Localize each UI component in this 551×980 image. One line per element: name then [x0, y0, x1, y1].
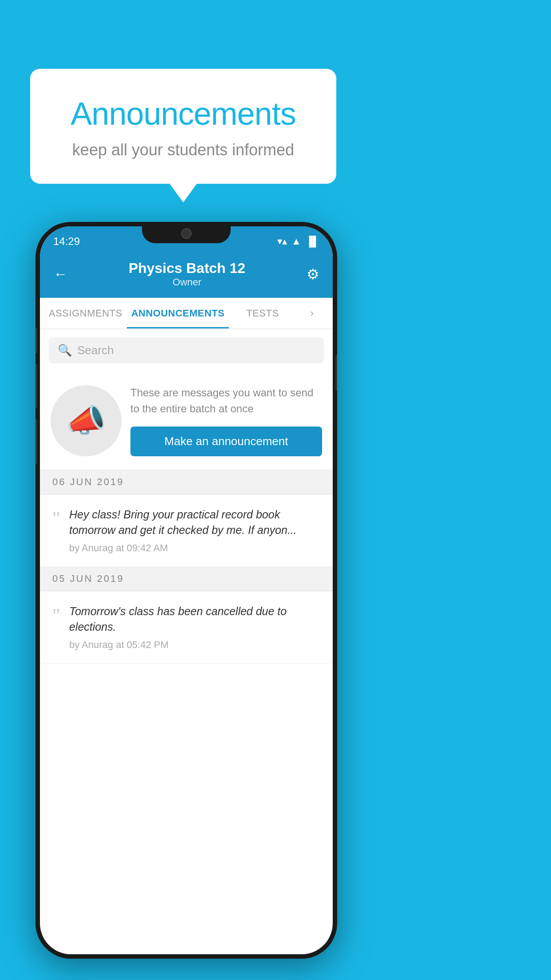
volume-down-button — [35, 419, 37, 464]
search-box[interactable]: 🔍 Search — [49, 337, 324, 364]
megaphone-icon: 📣 — [66, 402, 106, 439]
settings-button[interactable]: ⚙ — [307, 266, 319, 283]
power-button — [335, 355, 337, 391]
speech-bubble-wrapper: Announcements keep all your students inf… — [30, 69, 336, 184]
header-center: Physics Batch 12 Owner — [129, 260, 245, 288]
status-time: 14:29 — [53, 235, 80, 248]
search-icon: 🔍 — [58, 344, 72, 357]
promo-description: These are messages you want to send to t… — [130, 385, 322, 417]
search-placeholder: Search — [77, 344, 114, 357]
quote-icon-1: " — [52, 509, 60, 529]
speech-bubble: Announcements keep all your students inf… — [30, 69, 336, 184]
announcement-content-1: Hey class! Bring your practical record b… — [69, 507, 320, 554]
announcement-text-2: Tomorrow's class has been cancelled due … — [69, 604, 320, 635]
wifi-icon: ▾▴ — [277, 236, 287, 247]
promo-section: 📣 These are messages you want to send to… — [40, 371, 333, 470]
quote-icon-2: " — [52, 606, 60, 625]
announcement-meta-2: by Anurag at 05:42 PM — [69, 639, 320, 651]
promo-icon-circle: 📣 — [51, 385, 122, 456]
back-button[interactable]: ← — [53, 266, 67, 282]
date-separator-2: 05 JUN 2019 — [40, 567, 333, 591]
announcement-content-2: Tomorrow's class has been cancelled due … — [69, 604, 320, 651]
bubble-title: Announcements — [52, 95, 314, 132]
header-title: Physics Batch 12 — [129, 260, 245, 277]
announcement-item-1[interactable]: " Hey class! Bring your practical record… — [40, 494, 333, 567]
battery-icon: ▐▌ — [306, 236, 319, 247]
promo-content: These are messages you want to send to t… — [130, 385, 322, 456]
date-separator-1: 06 JUN 2019 — [40, 470, 333, 494]
tab-assignments[interactable]: ASSIGNMENTS — [44, 298, 127, 328]
announcement-text-1: Hey class! Bring your practical record b… — [69, 507, 320, 538]
phone-camera — [181, 228, 192, 239]
tab-tests[interactable]: TESTS — [229, 298, 296, 328]
phone-screen: 14:29 ▾▴ ▲ ▐▌ ← Physics Batch 12 Owner ⚙… — [40, 226, 333, 954]
search-container: 🔍 Search — [40, 329, 333, 371]
phone-frame: 14:29 ▾▴ ▲ ▐▌ ← Physics Batch 12 Owner ⚙… — [35, 222, 337, 959]
announcement-item-2[interactable]: " Tomorrow's class has been cancelled du… — [40, 591, 333, 664]
signal-icon: ▲ — [291, 236, 301, 247]
tab-announcements[interactable]: ANNOUNCEMENTS — [127, 298, 229, 328]
mute-button — [35, 328, 37, 353]
phone-notch — [142, 222, 231, 243]
tabs-bar: ASSIGNMENTS ANNOUNCEMENTS TESTS › — [40, 298, 333, 329]
status-icons: ▾▴ ▲ ▐▌ — [277, 236, 319, 247]
volume-up-button — [35, 364, 37, 408]
header-subtitle: Owner — [129, 277, 245, 288]
app-header: ← Physics Batch 12 Owner ⚙ — [40, 252, 333, 298]
make-announcement-button[interactable]: Make an announcement — [130, 427, 322, 456]
announcement-meta-1: by Anurag at 09:42 AM — [69, 542, 320, 554]
bubble-subtitle: keep all your students informed — [52, 141, 314, 159]
tab-more[interactable]: › — [296, 298, 329, 328]
